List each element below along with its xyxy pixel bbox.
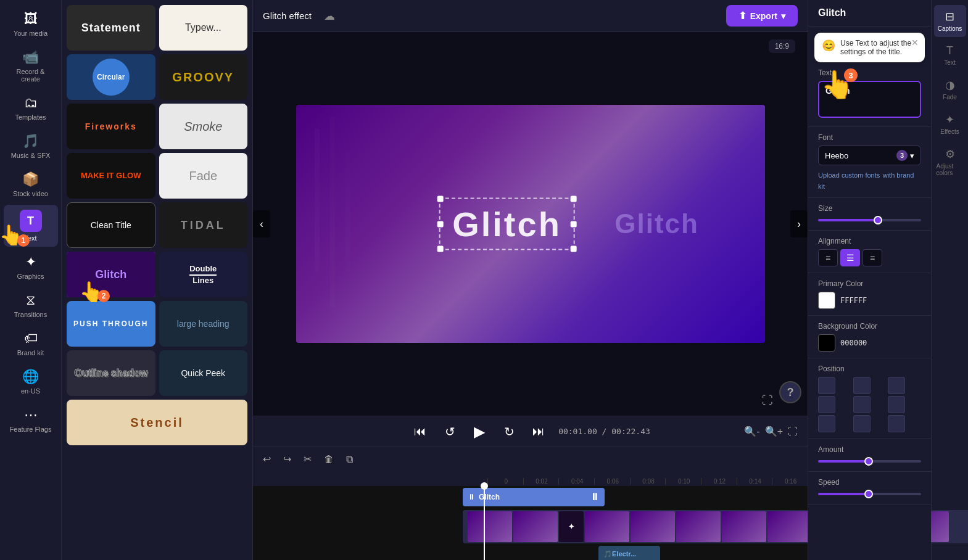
canvas-container[interactable]: 16:9 ‹ Glitch	[253, 32, 808, 416]
align-right-button[interactable]: ≡	[863, 249, 882, 266]
canvas-text-box[interactable]: Glitch	[439, 198, 575, 250]
pos-tr[interactable]	[888, 377, 905, 394]
pos-tl[interactable]	[818, 377, 835, 394]
template-smoke-label: Smoke	[184, 120, 222, 134]
fullscreen-button[interactable]: ⛶	[788, 426, 798, 437]
zoom-in-button[interactable]: 🔍+	[765, 426, 783, 437]
align-center-button[interactable]: ☰	[840, 249, 860, 266]
side-tab-effects[interactable]: ✦ Effects	[934, 108, 966, 140]
side-tab-captions[interactable]: ⊟ Captions	[934, 5, 966, 37]
clip-glitch-end-handle[interactable]: ⏸	[590, 492, 600, 503]
help-button[interactable]: ?	[779, 381, 801, 403]
cursor-badge-2: 2	[97, 290, 110, 302]
size-prop-label: Size	[818, 204, 921, 213]
prop-section-alignment: Alignment ≡ ☰ ≡	[808, 231, 931, 273]
template-largeheading[interactable]: large heading	[159, 301, 248, 347]
clip-audio[interactable]: 🎵 Electr...	[598, 546, 660, 560]
font-prop-label: Font	[818, 133, 921, 142]
expand-button[interactable]: ⛶	[762, 394, 773, 407]
template-outlineshadow[interactable]: Outline shadow	[67, 350, 155, 396]
redo-button[interactable]: ↪	[281, 451, 294, 467]
handle-bl[interactable]	[437, 246, 443, 252]
template-statement[interactable]: Statement	[67, 5, 155, 51]
sidebar-item-text[interactable]: 👆 1 T Text	[4, 205, 58, 247]
sidebar-item-locale[interactable]: 🌐 en-US	[4, 364, 58, 400]
template-circular[interactable]: Circular	[67, 54, 155, 100]
sidebar-item-stock[interactable]: 📦 Stock video	[4, 167, 58, 202]
pos-bc[interactable]	[853, 415, 871, 432]
prop-section-position: Position	[808, 358, 931, 439]
size-slider[interactable]	[818, 219, 921, 221]
sidebar-item-feature[interactable]: ⋯ Feature Flags	[4, 402, 58, 438]
pos-tc[interactable]	[853, 377, 871, 394]
pos-mr[interactable]	[888, 396, 905, 413]
timeline-toolbar: ↩ ↪ ✂ 🗑 ⧉	[253, 447, 808, 471]
handle-mr[interactable]	[571, 221, 577, 227]
sidebar-item-transitions[interactable]: ⧖ Transitions	[4, 287, 58, 323]
align-left-button[interactable]: ≡	[818, 249, 838, 266]
export-button[interactable]: ⬆ Export ▾	[726, 5, 798, 27]
text-selection-border: Glitch	[439, 198, 575, 250]
amount-slider-thumb[interactable]	[864, 457, 873, 466]
template-fireworks[interactable]: Fireworks	[67, 104, 155, 149]
pos-mc[interactable]	[853, 396, 871, 413]
template-stencil[interactable]: Stencil	[67, 400, 247, 445]
undo-button[interactable]: ↩	[260, 451, 273, 467]
template-groovy[interactable]: GROOVY	[159, 54, 248, 100]
sidebar-item-brand[interactable]: 🏷 Brand kit	[4, 326, 58, 361]
side-tab-adjust[interactable]: ⚙ Adjust colors	[934, 142, 966, 181]
tooltip-popup: 😊 Use Text to adjust the settings of the…	[814, 33, 925, 62]
pos-br[interactable]	[888, 415, 905, 432]
sidebar-item-graphics[interactable]: ✦ Graphics	[4, 249, 58, 285]
text-input[interactable]: Glitch	[818, 81, 921, 118]
canvas-video[interactable]: Glitch Glitch	[296, 105, 765, 343]
handle-br[interactable]	[571, 246, 577, 252]
pos-ml[interactable]	[818, 396, 835, 413]
nav-arrow-right[interactable]: ›	[790, 210, 808, 237]
template-smoke[interactable]: Smoke	[159, 104, 248, 149]
skip-back-button[interactable]: ⏮	[410, 422, 430, 442]
sidebar-item-your-media[interactable]: 🖼 Your media	[4, 6, 58, 42]
primary-color-swatch[interactable]	[818, 292, 835, 309]
sidebar-item-music[interactable]: 🎵 Music & SFX	[4, 128, 58, 164]
delete-button[interactable]: 🗑	[321, 451, 336, 467]
template-typewriter[interactable]: Typew...	[159, 5, 248, 51]
size-slider-thumb[interactable]	[874, 216, 882, 224]
text-tab-icon: T	[946, 44, 953, 57]
clip-audio-label: Electr...	[612, 550, 636, 558]
font-selector[interactable]: Heebo 3 ▾	[818, 146, 921, 165]
template-tidal[interactable]: TIDAL	[159, 202, 248, 248]
tooltip-close-button[interactable]: ✕	[911, 38, 919, 47]
template-pushthrough[interactable]: PUSH THROUGH	[67, 301, 155, 347]
forward-button[interactable]: ↻	[499, 422, 519, 442]
sidebar-item-record[interactable]: 📹 Record & create	[4, 44, 58, 88]
handle-tr[interactable]	[571, 196, 577, 202]
skip-forward-button[interactable]: ⏭	[529, 422, 548, 442]
handle-tl[interactable]	[437, 196, 443, 202]
template-quickpeek[interactable]: Quick Peek	[159, 350, 248, 396]
nav-arrow-left[interactable]: ‹	[253, 210, 270, 237]
handle-ml[interactable]	[437, 221, 443, 227]
bg-color-swatch[interactable]	[818, 334, 835, 352]
zoom-out-button[interactable]: 🔍-	[744, 426, 759, 437]
timeline-scrubber[interactable]	[484, 486, 485, 560]
pos-bl[interactable]	[818, 415, 835, 432]
sidebar-item-templates[interactable]: 🗂 Templates	[4, 90, 58, 126]
play-button[interactable]: ▶	[470, 422, 489, 442]
template-glitch[interactable]: Glitch 👆 2	[67, 252, 155, 297]
template-doublelines[interactable]: Double Lines	[159, 252, 248, 297]
template-cleantitle[interactable]: Clean Title	[67, 202, 155, 248]
amount-slider[interactable]	[818, 460, 921, 463]
template-makeglow[interactable]: MAKE IT GLOW	[67, 153, 155, 199]
speed-slider-thumb[interactable]	[864, 490, 873, 498]
upload-link[interactable]: Upload custom fonts	[818, 171, 880, 179]
template-fade[interactable]: Fade	[159, 153, 248, 199]
rewind-button[interactable]: ↺	[440, 422, 460, 442]
side-tab-fade[interactable]: ◑ Fade	[934, 73, 966, 105]
duplicate-button[interactable]: ⧉	[344, 451, 355, 467]
speed-slider[interactable]	[818, 493, 921, 495]
left-sidebar: 🖼 Your media 📹 Record & create 🗂 Templat…	[0, 0, 62, 560]
side-tab-text[interactable]: T Text	[934, 39, 966, 71]
cut-button[interactable]: ✂	[301, 451, 314, 467]
glitch-ghost-text: Glitch	[614, 208, 699, 239]
